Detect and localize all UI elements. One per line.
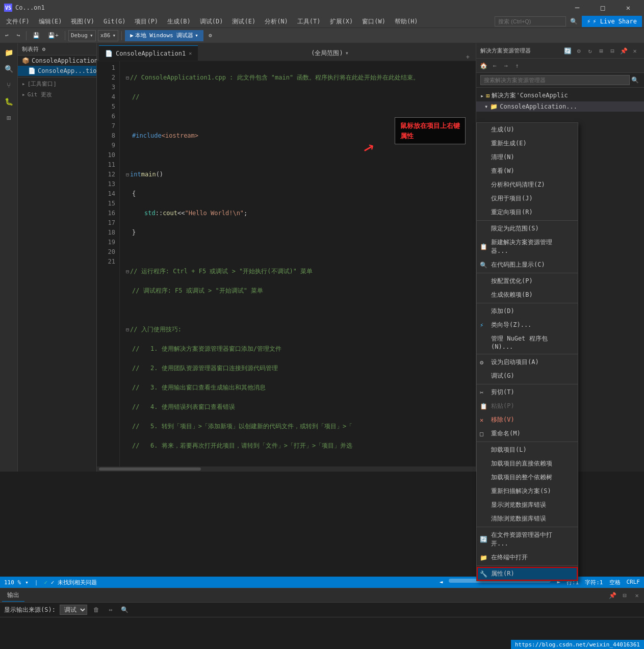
ctx-clear-browse-errors[interactable]: 清除浏览数据库错误 (477, 512, 578, 526)
output-pin-icon[interactable]: 📌 (607, 590, 617, 601)
ctx-retarget[interactable]: 重定向项目(R) (477, 205, 578, 219)
project-node[interactable]: ▾ 📁 ConsoleApplication... (476, 101, 644, 112)
file-icon: 📄 (28, 67, 36, 74)
menu-project[interactable]: 项目(P) (131, 16, 162, 27)
toolwindow-section[interactable]: ▸ [工具窗口] (18, 79, 96, 89)
panel-close-icon[interactable]: ✕ (630, 46, 640, 56)
panel-pin-icon[interactable]: 📌 (619, 46, 629, 56)
scrollbar-thumb[interactable] (99, 468, 201, 471)
tab-dropdown[interactable]: (全局范围) ▾ (307, 45, 353, 61)
up-icon[interactable]: ↑ (512, 61, 522, 71)
output-clear-icon[interactable]: 🗑 (91, 605, 101, 615)
ctx-load-direct-label: 加载项目的直接依赖项 (491, 459, 552, 468)
refresh-icon[interactable]: ↻ (585, 46, 595, 56)
debug-config-dropdown[interactable]: Debug ▾ (68, 30, 96, 41)
ctx-class-wizard[interactable]: ⚡ 类向导(Z)... (477, 318, 578, 332)
maximize-button[interactable]: □ (591, 0, 614, 15)
search-sidebar-icon[interactable]: 🔍 (2, 62, 16, 76)
explorer-icon[interactable]: 📁 (2, 45, 16, 60)
editor-tab-main[interactable]: 📄 ConsoleApplication1 ✕ (99, 45, 198, 61)
debug-sidebar-icon[interactable]: 🐛 (2, 94, 16, 109)
ctx-load-direct[interactable]: 加载项目的直接依赖项 (477, 457, 578, 471)
save-all-button[interactable]: 💾+ (45, 30, 62, 41)
run-button[interactable]: ▶ 本地 Windows 调试器 ▾ (125, 30, 203, 41)
status-scroll-left[interactable]: ◄ (440, 579, 443, 586)
output-wrap-icon[interactable]: ⇔ (106, 605, 116, 615)
toolbar-extras[interactable]: ⚙ (205, 30, 215, 41)
solution-search-input[interactable] (480, 75, 630, 85)
code-content[interactable]: ⊟// ConsoleApplication1.cpp : 此文件包含 "mai… (120, 61, 476, 466)
ctx-paste[interactable]: 📋 粘贴(P) (477, 399, 578, 413)
ctx-load-all[interactable]: 加载项目的整个依赖树 (477, 471, 578, 484)
ctx-show-browse-errors[interactable]: 显示浏览数据库错误 (477, 498, 578, 512)
menu-tools[interactable]: 工具(T) (293, 16, 325, 27)
output-find-icon[interactable]: 🔍 (120, 605, 130, 615)
output-float-icon[interactable]: ⊟ (620, 590, 630, 601)
add-tab-button[interactable]: + (462, 54, 474, 61)
ctx-startup[interactable]: ⚙ 设为启动项目(A) (477, 355, 578, 369)
status-zoom-dropdown[interactable]: ▾ (25, 579, 29, 586)
ctx-debug[interactable]: 调试(G) (477, 369, 578, 383)
minimize-button[interactable]: ─ (565, 0, 589, 15)
ctx-rename[interactable]: □ 重命名(M) (477, 427, 578, 440)
ctx-view[interactable]: 查看(W) (477, 164, 578, 178)
output-tab[interactable]: 输出 (2, 589, 24, 602)
ctx-project-only[interactable]: 仅用于项目(J) (477, 192, 578, 205)
ctx-open-explorer-label: 在文件资源管理器中打开... (491, 531, 568, 548)
menu-file[interactable]: 文件(F) (2, 16, 34, 27)
menu-edit[interactable]: 编辑(E) (35, 16, 66, 27)
ctx-unload[interactable]: 卸载项目(L) (477, 443, 578, 457)
collapse-icon[interactable]: ⊟ (607, 46, 617, 56)
tab-close-icon[interactable]: ✕ (189, 50, 192, 56)
project-item[interactable]: 📦 ConsoleApplication1 (18, 56, 96, 66)
filter-icon[interactable]: ⚙ (574, 46, 584, 56)
solution-node[interactable]: ▸ ⊞ 解决方案'ConsoleApplic (476, 90, 644, 101)
menu-build[interactable]: 生成(B) (163, 16, 195, 27)
menu-window[interactable]: 窗口(W) (358, 16, 390, 27)
git-icon[interactable]: ⑂ (2, 78, 16, 92)
menu-extensions[interactable]: 扩展(X) (326, 16, 357, 27)
extensions-icon[interactable]: ⊞ (2, 111, 16, 125)
output-source-select[interactable]: 调试 (60, 605, 87, 615)
ctx-new-solution-explorer[interactable]: 📋 新建解决方案资源管理器... (477, 236, 578, 258)
live-share-button[interactable]: ⚡ ⚡ Live Share (582, 16, 642, 27)
ctx-open-terminal[interactable]: 📁 在终端中打开 (477, 551, 578, 564)
close-button[interactable]: ✕ (616, 0, 640, 15)
ctx-remove[interactable]: ✕ 移除(V) (477, 413, 578, 427)
ctx-pgo[interactable]: 按配置优化(P) (477, 274, 578, 288)
ctx-open-explorer[interactable]: 🔄 在文件资源管理器中打开... (477, 528, 578, 551)
sync-icon[interactable]: 🔄 (562, 46, 573, 56)
menu-view[interactable]: 视图(V) (67, 16, 98, 27)
search-solution-icon[interactable]: 🔍 (630, 75, 640, 85)
menu-analyze[interactable]: 分析(N) (261, 16, 292, 27)
undo-button[interactable]: ↩ (2, 30, 12, 41)
ctx-build-deps[interactable]: 生成依赖项(B) (477, 288, 578, 302)
ctx-properties[interactable]: 🔧 属性(R) (477, 567, 578, 581)
ctx-analyze[interactable]: 分析和代码清理(Z) (477, 178, 578, 192)
ctx-code-map[interactable]: 🔍 在代码图上显示(C) (477, 258, 578, 272)
forward-icon[interactable]: → (501, 61, 511, 71)
ctx-scope[interactable]: 限定为此范围(S) (477, 222, 578, 236)
ctx-nuget[interactable]: 管理 NuGet 程序包(N)... (477, 332, 578, 353)
menu-help[interactable]: 帮助(H) (391, 16, 422, 27)
back-icon[interactable]: ← (490, 61, 500, 71)
expand-icon[interactable]: ⊞ (596, 46, 606, 56)
ctx-cut[interactable]: ✂ 剪切(T) (477, 385, 578, 399)
ctx-build[interactable]: 生成(U) (477, 123, 578, 137)
search-input[interactable] (495, 16, 566, 27)
redo-button[interactable]: ↪ (14, 30, 23, 41)
menu-debug[interactable]: 调试(D) (196, 16, 227, 27)
menu-test[interactable]: 测试(E) (228, 16, 260, 27)
home-icon[interactable]: 🏠 (478, 61, 488, 71)
ctx-rebuild[interactable]: 重新生成(E) (477, 137, 578, 150)
save-button[interactable]: 💾 (30, 30, 43, 41)
platform-dropdown[interactable]: x86 ▾ (98, 30, 119, 41)
file-item[interactable]: 📄 ConsoleApp...tion1.cpp (18, 66, 96, 76)
output-close-icon[interactable]: ✕ (632, 590, 642, 601)
editor-scrollbar[interactable] (97, 466, 476, 472)
ctx-clean[interactable]: 清理(N) (477, 150, 578, 164)
ctx-add[interactable]: 添加(D) (477, 304, 578, 318)
menu-git[interactable]: Git(G) (99, 16, 130, 27)
ctx-rescan[interactable]: 重新扫描解决方案(S) (477, 484, 578, 498)
git-section[interactable]: ▸ Git 更改 (18, 89, 96, 100)
